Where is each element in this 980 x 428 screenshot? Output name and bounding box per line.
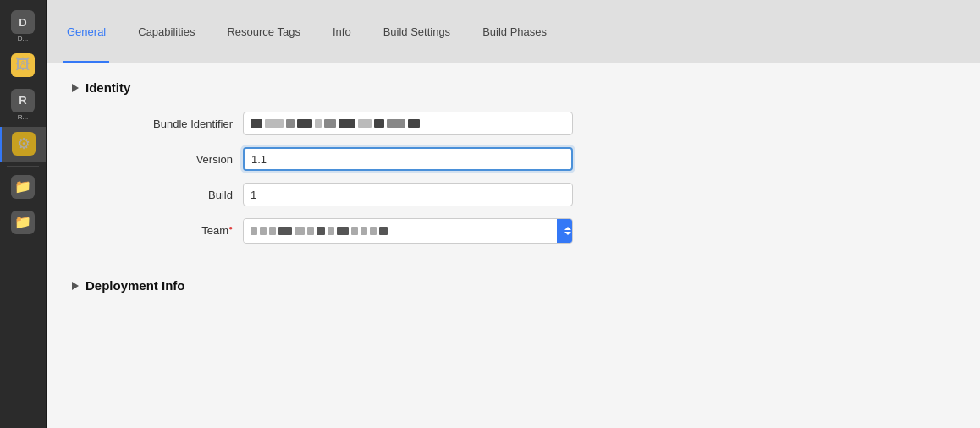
sidebar-label-d: D... bbox=[18, 36, 28, 43]
team-wrapper[interactable] bbox=[243, 218, 573, 244]
sidebar-divider-1 bbox=[7, 166, 39, 167]
sidebar-icon-d: D bbox=[11, 10, 35, 34]
identity-section: Identity Bundle Identifier bbox=[72, 80, 955, 244]
sidebar-item-folder2[interactable]: 📁 bbox=[0, 206, 46, 241]
team-pixel-7 bbox=[317, 227, 325, 235]
tab-general[interactable]: General bbox=[63, 0, 109, 63]
team-dropdown-button[interactable] bbox=[557, 219, 573, 243]
tab-build-settings[interactable]: Build Settings bbox=[380, 0, 454, 63]
bundle-identifier-row: Bundle Identifier bbox=[123, 112, 664, 135]
team-pixel-6 bbox=[307, 227, 314, 235]
sidebar-label-r: R... bbox=[18, 114, 28, 122]
version-row: Version bbox=[123, 147, 664, 171]
sidebar-item-gear[interactable]: ⚙ bbox=[0, 127, 46, 162]
pixel-9 bbox=[374, 119, 384, 128]
pixel-11 bbox=[408, 119, 420, 128]
content-area: Identity Bundle Identifier bbox=[47, 63, 980, 428]
identity-form: Bundle Identifier bbox=[72, 112, 664, 244]
pixel-6 bbox=[324, 119, 336, 128]
sidebar: D D... 🖼 R R... ⚙ 📁 📁 bbox=[0, 0, 47, 428]
team-pixel-2 bbox=[260, 227, 267, 235]
bundle-identifier-label: Bundle Identifier bbox=[123, 118, 233, 130]
team-pixel-8 bbox=[328, 227, 334, 235]
pixel-5 bbox=[315, 119, 322, 128]
team-pixel-3 bbox=[269, 227, 276, 235]
team-pixel-5 bbox=[295, 227, 305, 235]
pixel-8 bbox=[358, 119, 372, 128]
sidebar-icon-r: R bbox=[11, 89, 35, 112]
bundle-identifier-pixelated bbox=[251, 119, 420, 128]
team-pixel-11 bbox=[361, 227, 367, 235]
team-dots bbox=[251, 227, 550, 235]
tab-capabilities[interactable]: Capabilities bbox=[135, 0, 198, 63]
pixel-10 bbox=[387, 119, 405, 128]
pixel-3 bbox=[286, 119, 295, 128]
tab-info[interactable]: Info bbox=[329, 0, 355, 63]
sidebar-item-folder1[interactable]: 📁 bbox=[0, 170, 46, 206]
identity-section-header: Identity bbox=[72, 80, 955, 95]
team-pixel-13 bbox=[379, 227, 388, 235]
sidebar-icon-img: 🖼 bbox=[11, 53, 35, 77]
team-field bbox=[244, 219, 557, 243]
pixel-7 bbox=[339, 119, 355, 128]
build-row: Build bbox=[123, 183, 664, 206]
team-pixel-4 bbox=[278, 227, 292, 235]
sidebar-item-img[interactable]: 🖼 bbox=[0, 48, 46, 84]
main-area: General Capabilities Resource Tags Info … bbox=[47, 0, 980, 428]
tab-build-phases[interactable]: Build Phases bbox=[479, 0, 550, 63]
sidebar-item-r[interactable]: R R... bbox=[0, 84, 46, 127]
sidebar-icon-gear: ⚙ bbox=[12, 132, 36, 156]
deployment-triangle-icon bbox=[72, 282, 79, 290]
team-pixel-1 bbox=[251, 227, 257, 235]
team-pixel-12 bbox=[370, 227, 377, 235]
section-divider bbox=[72, 261, 955, 261]
chevron-updown-icon bbox=[563, 225, 573, 237]
version-label: Version bbox=[123, 153, 233, 166]
deployment-section-title: Deployment Info bbox=[85, 278, 185, 293]
identity-triangle-icon bbox=[72, 84, 79, 92]
version-input[interactable] bbox=[243, 147, 573, 171]
sidebar-icon-folder2: 📁 bbox=[11, 211, 35, 234]
tab-bar: General Capabilities Resource Tags Info … bbox=[47, 0, 980, 63]
deployment-section: Deployment Info bbox=[72, 278, 955, 293]
team-label: Team● bbox=[123, 224, 233, 237]
team-pixel-9 bbox=[337, 227, 349, 235]
build-input[interactable] bbox=[243, 183, 573, 206]
pixel-2 bbox=[265, 119, 284, 128]
identity-section-title: Identity bbox=[85, 80, 130, 95]
team-pixel-10 bbox=[351, 227, 358, 235]
sidebar-icon-folder1: 📁 bbox=[11, 175, 35, 199]
deployment-section-header: Deployment Info bbox=[72, 278, 955, 293]
pixel-4 bbox=[297, 119, 312, 128]
bundle-identifier-field[interactable] bbox=[243, 112, 573, 135]
sidebar-item-d[interactable]: D D... bbox=[0, 5, 46, 48]
tab-resource-tags[interactable]: Resource Tags bbox=[223, 0, 303, 63]
build-label: Build bbox=[123, 189, 233, 201]
team-row: Team● bbox=[123, 218, 664, 244]
pixel-1 bbox=[251, 119, 262, 128]
